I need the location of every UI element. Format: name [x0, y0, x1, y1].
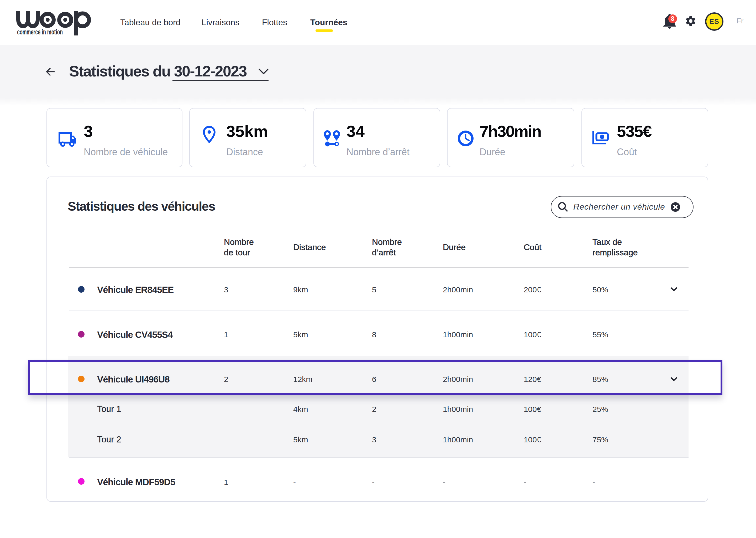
svg-text:commerce in motion: commerce in motion [17, 28, 63, 36]
